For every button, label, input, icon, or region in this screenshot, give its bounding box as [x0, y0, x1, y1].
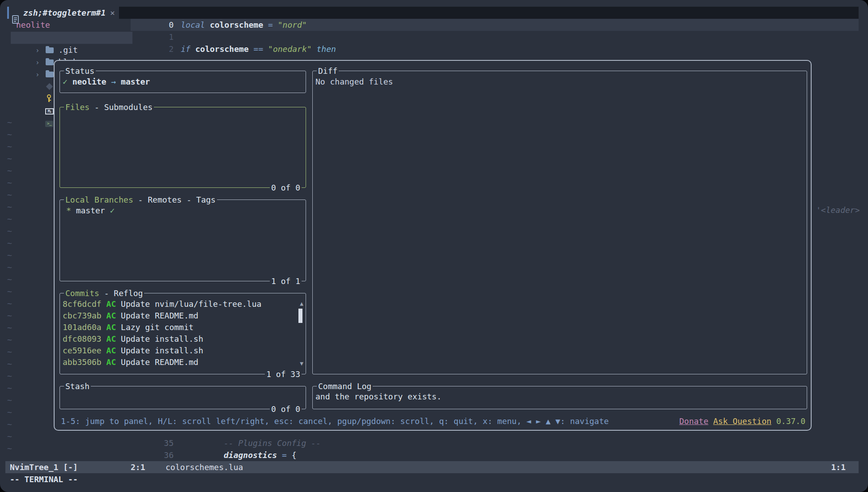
statusline-cursor-pos-right: 1:1: [831, 461, 846, 473]
mode-indicator: -- TERMINAL --: [10, 473, 78, 485]
tab-close-icon[interactable]: ×: [110, 7, 115, 19]
lazygit-files-panel[interactable]: Files - Submodules 0 of 0: [60, 107, 306, 188]
tilde-marker: ~: [7, 153, 12, 165]
lazygit-stash-panel[interactable]: Stash 0 of 0: [60, 386, 306, 409]
tilde-marker: ~: [7, 213, 12, 225]
code-line-0[interactable]: 0 local colorscheme = "nord": [152, 19, 307, 31]
scroll-up-icon[interactable]: ▲: [300, 301, 303, 306]
tree-root[interactable]: neolite: [16, 19, 50, 31]
tree-item-blob-folder[interactable]: ›blob: [16, 44, 78, 56]
branches-count: 1 of 1: [270, 275, 302, 287]
ask-question-link[interactable]: Ask Question: [713, 416, 771, 426]
branch-row[interactable]: * master ✓: [66, 206, 115, 215]
leader-hint-text: '<leader>: [816, 204, 860, 216]
statusline-filename: colorschemes.lua: [166, 461, 243, 473]
statusline-cursor-pos-left: 2:1: [131, 461, 145, 473]
commit-row[interactable]: 101ad60a AC Lazy git commit: [63, 322, 261, 333]
commit-row[interactable]: dfc08093 AC Update install.sh: [63, 333, 261, 345]
line-number: 2: [152, 43, 174, 55]
statusline-buffer-name: NvimTree_1 [-]: [10, 461, 78, 473]
neovim-terminal-window: zsh;#toggleterm#1 × 0 local colorscheme …: [0, 0, 868, 492]
status-panel-title: Status: [64, 65, 96, 77]
tilde-marker: ~: [7, 140, 12, 153]
lazygit-links: Donate Ask Question 0.37.0: [679, 415, 805, 427]
tilde-marker: ~: [7, 165, 12, 177]
command-log-content: and the repository exists.: [315, 392, 442, 401]
commit-list: 8cf6dcdf AC Update nvim/lua/file-tree.lu…: [63, 298, 261, 368]
arrow-right-icon: →: [111, 77, 116, 86]
commits-count: 1 of 33: [265, 368, 302, 380]
tilde-marker: ~: [7, 297, 12, 310]
tilde-marker: ~: [7, 322, 12, 334]
scrollbar-thumb[interactable]: [298, 309, 302, 323]
line-number: 36: [152, 449, 174, 461]
tilde-marker: ~: [7, 430, 12, 442]
lazygit-branches-panel[interactable]: Local Branches - Remotes - Tags * master…: [60, 199, 306, 281]
tilde-marker: ~: [7, 334, 12, 346]
tilde-marker: ~: [7, 225, 12, 237]
command-log-title: Command Log: [317, 380, 373, 392]
code-line-36[interactable]: 36 diagnostics = {: [152, 449, 297, 461]
tilde-marker: ~: [7, 358, 12, 370]
donate-link[interactable]: Donate: [679, 416, 708, 426]
line-number: 35: [152, 437, 174, 449]
lazygit-diff-panel[interactable]: Diff No changed files: [312, 71, 807, 374]
commits-panel-title: Commits - Reflog: [64, 287, 144, 299]
lazygit-status-panel[interactable]: Status ✓ neolite → master: [60, 71, 306, 93]
tilde-marker: ~: [7, 382, 12, 394]
tab-title[interactable]: zsh;#toggleterm#1: [23, 7, 106, 19]
tree-item-git-folder[interactable]: ›.git: [16, 32, 78, 44]
tilde-marker: ~: [7, 128, 12, 140]
tilde-marker: ~: [7, 406, 12, 418]
check-icon: ✓: [110, 206, 115, 215]
tilde-marker: ~: [7, 418, 12, 430]
tilde-marker: ~: [7, 442, 12, 454]
commit-row[interactable]: ce5916ee AC Update install.sh: [63, 345, 261, 356]
commit-row[interactable]: abb3506b AC Update README.md: [63, 356, 261, 368]
tilde-marker: ~: [7, 189, 12, 201]
tilde-marker: ~: [7, 370, 12, 382]
scroll-down-icon[interactable]: ▼: [300, 361, 303, 366]
keybindings-help: 1-5: jump to panel, H/L: scroll left/rig…: [61, 415, 609, 427]
tilde-marker: ~: [7, 201, 12, 213]
tilde-marker: ~: [7, 273, 12, 285]
stash-panel-title: Stash: [64, 380, 91, 392]
commit-row[interactable]: cbc739ab AC Update README.md: [63, 310, 261, 322]
tilde-marker: ~: [7, 249, 12, 261]
code-line-1[interactable]: 1: [152, 31, 174, 43]
commit-row[interactable]: 8cf6dcdf AC Update nvim/lua/file-tree.lu…: [63, 298, 261, 310]
lazygit-commits-panel[interactable]: Commits - Reflog 8cf6dcdf AC Update nvim…: [60, 293, 306, 374]
tilde-marker: ~: [7, 261, 12, 273]
files-count: 0 of 0: [270, 182, 302, 194]
diff-panel-title: Diff: [317, 65, 339, 77]
line-number: 0: [152, 19, 174, 31]
lazygit-float-window: Status ✓ neolite → master Files - Submod…: [54, 60, 812, 431]
tilde-marker: ~: [7, 310, 12, 322]
tilde-marker: ~: [7, 285, 12, 297]
tabline-fill: [119, 7, 859, 19]
files-panel-title: Files - Submodules: [64, 101, 154, 113]
tilde-marker: ~: [7, 116, 12, 128]
tilde-marker: ~: [7, 346, 12, 358]
check-icon: ✓: [63, 77, 68, 86]
status-branch-info: ✓ neolite → master: [63, 77, 150, 86]
tilde-marker: ~: [7, 394, 12, 406]
tilde-marker: ~: [7, 177, 12, 189]
tilde-marker: ~: [7, 237, 12, 249]
stash-count: 0 of 0: [270, 403, 302, 415]
version-label: 0.37.0: [776, 416, 805, 426]
branches-panel-title: Local Branches - Remotes - Tags: [64, 194, 217, 206]
shell-script-icon: >_: [45, 121, 53, 127]
diff-content: No changed files: [315, 77, 393, 86]
code-line-2[interactable]: 2 if colorscheme == "onedark" then: [152, 43, 336, 55]
line-number: 1: [152, 31, 174, 43]
lazygit-command-log-panel[interactable]: Command Log and the repository exists.: [312, 386, 807, 409]
code-line-35[interactable]: 35 -- Plugins Config --: [152, 437, 321, 449]
